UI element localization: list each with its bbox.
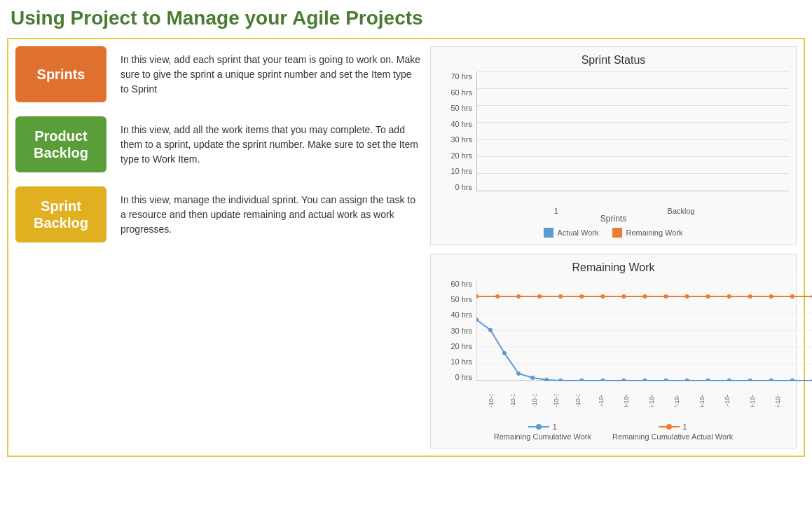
remaining-work-title: Remaining Work	[438, 261, 789, 274]
product-backlog-badge: ProductBacklog	[15, 116, 106, 172]
legend-actual-label: Actual Work	[557, 228, 598, 237]
y-label-10hrs: 10 hrs	[450, 167, 472, 175]
svg-point-19	[706, 294, 710, 299]
svg-point-20	[727, 294, 731, 299]
sprints-desc: In this view, add each sprint that your …	[121, 53, 422, 97]
x-axis-title: Sprints	[438, 214, 789, 224]
svg-point-42	[769, 378, 773, 381]
svg-point-18	[685, 294, 689, 299]
sprints-badge: Sprints	[15, 46, 106, 102]
legend-remaining: Remaining Work	[612, 228, 682, 238]
svg-point-12	[558, 294, 563, 299]
rw-y-label-30: 30 hrs	[450, 327, 472, 335]
svg-point-35	[621, 378, 626, 381]
svg-point-31	[544, 378, 549, 381]
svg-point-13	[579, 294, 584, 299]
svg-point-34	[600, 378, 605, 381]
sprint-backlog-row: SprintBacklog In this view, manage the i…	[15, 186, 422, 242]
svg-point-9	[495, 294, 500, 299]
rw-y-label-0: 0 hrs	[455, 373, 472, 381]
svg-point-40	[727, 378, 731, 381]
product-backlog-row: ProductBacklog In this view, add all the…	[15, 116, 422, 172]
rw-y-label-60: 60 hrs	[450, 280, 472, 288]
y-label-0hrs: 0 hrs	[455, 183, 472, 191]
svg-point-33	[579, 378, 584, 381]
y-label-30hrs: 30 hrs	[450, 135, 472, 144]
legend-blue: 1 Remaining Cumulative Work	[494, 423, 591, 441]
svg-point-36	[642, 378, 647, 381]
svg-point-32	[558, 378, 563, 381]
svg-point-14	[600, 294, 605, 299]
x-date-label: 1-10-12	[488, 395, 495, 407]
svg-point-37	[664, 378, 668, 381]
svg-point-15	[621, 294, 626, 299]
legend-blue-label: 1	[553, 423, 557, 431]
y-label-60hrs: 60 hrs	[450, 88, 472, 97]
svg-point-39	[706, 378, 710, 381]
remaining-work-svg	[476, 280, 812, 381]
y-label-20hrs: 20 hrs	[450, 151, 472, 160]
x-label-backlog: Backlog	[658, 207, 705, 215]
remaining-work-legend: 1 Remaining Cumulative Work 1 Remaining …	[438, 423, 789, 441]
legend-orange-sublabel: Remaining Cumulative Actual Work	[612, 432, 733, 441]
right-panel: Sprint Status 0 hrs 10 hrs 20 hrs 30 hrs…	[430, 46, 797, 449]
rw-y-label-50: 50 hrs	[450, 295, 472, 303]
legend-blue-sublabel: Remaining Cumulative Work	[494, 432, 591, 441]
sprint-status-legend: Actual Work Remaining Work	[438, 228, 789, 238]
sprint-backlog-badge: SprintBacklog	[15, 186, 106, 242]
svg-point-8	[476, 294, 479, 299]
svg-point-10	[516, 294, 521, 299]
left-panel: Sprints In this view, add each sprint th…	[15, 46, 422, 449]
legend-remaining-label: Remaining Work	[626, 228, 682, 237]
svg-point-43	[790, 378, 794, 381]
svg-point-16	[642, 294, 647, 299]
rw-y-label-40: 40 hrs	[450, 310, 472, 319]
main-container: Sprints In this view, add each sprint th…	[7, 38, 805, 457]
legend-remaining-dot	[612, 228, 622, 238]
page-title: Using Project to Manage your Agile Proje…	[7, 7, 805, 29]
y-label-40hrs: 40 hrs	[450, 120, 472, 128]
legend-orange: 1 Remaining Cumulative Actual Work	[612, 423, 733, 441]
svg-point-23	[790, 294, 794, 299]
sprint-backlog-desc: In this view, manage the individual spri…	[121, 193, 422, 237]
svg-point-17	[664, 294, 668, 299]
product-backlog-desc: In this view, add all the work items tha…	[121, 123, 422, 167]
svg-point-41	[748, 378, 752, 381]
y-label-50hrs: 50 hrs	[450, 104, 472, 112]
svg-point-22	[769, 294, 773, 299]
legend-actual: Actual Work	[544, 228, 598, 238]
remaining-work-chart: Remaining Work 0 hrs 10 hrs 20 hrs 30 hr…	[430, 254, 797, 449]
sprint-status-chart: Sprint Status 0 hrs 10 hrs 20 hrs 30 hrs…	[430, 46, 797, 245]
svg-point-11	[537, 294, 542, 299]
svg-point-27	[488, 328, 493, 332]
rw-y-label-10: 10 hrs	[450, 357, 472, 366]
x-label-1: 1	[532, 207, 579, 215]
rw-y-label-20: 20 hrs	[450, 342, 472, 350]
svg-point-28	[502, 351, 507, 355]
legend-orange-label: 1	[683, 423, 687, 431]
sprint-status-title: Sprint Status	[438, 54, 789, 67]
svg-point-21	[748, 294, 752, 299]
sprints-row: Sprints In this view, add each sprint th…	[15, 46, 422, 102]
svg-point-29	[516, 371, 521, 376]
svg-point-38	[685, 378, 689, 381]
svg-point-30	[530, 376, 535, 380]
legend-actual-dot	[544, 228, 553, 238]
y-label-70hrs: 70 hrs	[450, 72, 472, 81]
